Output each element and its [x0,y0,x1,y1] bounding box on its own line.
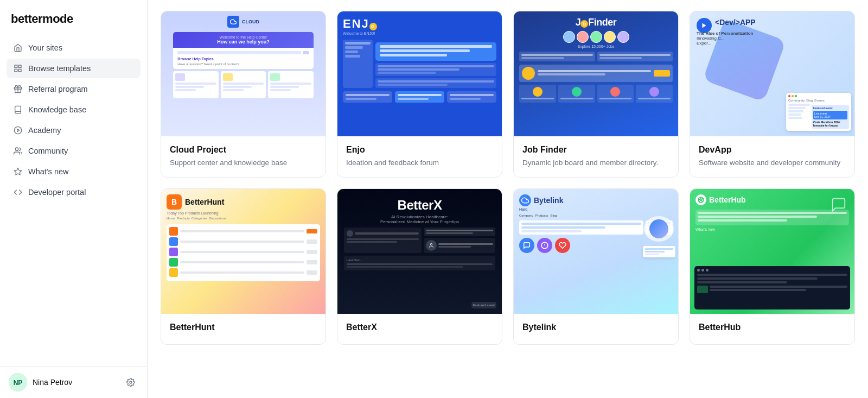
template-card-cloud-project[interactable]: CLOUD Welcome to the Help Center How can… [161,11,326,178]
svg-rect-1 [18,65,21,68]
users-icon [13,146,23,156]
sidebar-item-your-sites[interactable]: Your sites [7,38,141,58]
svg-text:NP: NP [14,379,23,387]
card-title: BetterX [346,323,493,332]
template-card-devapp[interactable]: <Dev/>APP The Rise of Personalization In… [690,11,855,178]
sidebar-item-label: Academy [28,126,61,135]
card-info-devapp: DevApp Software website and developer co… [690,136,854,177]
template-card-bytelink[interactable]: Bytelink Harq CompanyProductsBlog [513,188,679,345]
card-title: BetterHub [699,323,846,332]
sidebar-item-label: Referral program [28,85,88,93]
card-thumbnail-bytelink: Bytelink Harq CompanyProductsBlog [514,189,678,314]
template-card-betterhunt[interactable]: B BetterHunt Today Top Products Launchin… [161,188,326,345]
settings-button[interactable] [123,375,138,390]
card-title: Bytelink [522,323,669,332]
card-info-cloud-project: Cloud Project Support center and knowled… [161,136,326,177]
sidebar-item-developer-portal[interactable]: Developer portal [7,182,141,202]
svg-rect-3 [15,69,17,72]
card-info-bytelink: Bytelink [514,314,678,344]
sidebar-item-label: Browse templates [28,64,91,73]
sidebar-item-label: Knowledge base [28,105,86,114]
card-desc: Software website and developer community [699,158,846,168]
card-info-betterhub: BetterHub [690,314,854,344]
main-content: CLOUD Welcome to the Help Center How can… [148,0,868,398]
card-title: BetterHunt [170,323,317,332]
home-icon [13,43,23,53]
book-icon [13,105,23,115]
svg-marker-7 [17,129,20,131]
sidebar-item-label: Community [28,147,68,155]
brand-logo: bettermode [0,0,147,36]
template-card-enjo[interactable]: ENJO Welcome to ENJO! [337,11,502,178]
card-thumbnail-enjo: ENJO Welcome to ENJO! [337,11,502,136]
sidebar-item-label: Your sites [28,43,62,52]
svg-rect-2 [18,69,21,72]
card-thumbnail-betterhub: BetterHub What's new [690,189,854,314]
template-card-betterx[interactable]: BetterX AI Revolutionizes Healthcare:Per… [337,188,502,345]
svg-point-11 [130,381,132,383]
card-title: Enjo [346,145,493,155]
card-thumbnail-job-finder: JbFinder Explore 15,000+ Jobs [514,11,678,136]
sparkle-icon [13,167,23,176]
card-info-betterhunt: BetterHunt [161,314,326,344]
card-info-enjo: Enjo Ideation and feedback forum [337,136,502,177]
sidebar-item-label: Developer portal [28,188,86,197]
svg-rect-0 [15,65,17,68]
user-name: Nina Petrov [33,378,118,387]
sidebar-item-academy[interactable]: Academy [7,121,141,140]
sidebar-item-browse-templates[interactable]: Browse templates [7,59,141,78]
card-desc: Ideation and feedback forum [346,158,493,168]
grid-icon [13,64,23,73]
card-title: Cloud Project [170,145,317,155]
card-info-betterx: BetterX [337,314,502,344]
sidebar: bettermode Your sites Browse templates R… [0,0,148,398]
card-thumbnail-betterx: BetterX AI Revolutionizes Healthcare:Per… [337,189,502,314]
card-info-job-finder: Job Finder Dynamic job board and member … [514,136,678,177]
card-thumbnail-devapp: <Dev/>APP The Rise of Personalization In… [690,11,854,136]
sidebar-item-referral-program[interactable]: Referral program [7,79,141,99]
code-icon [13,187,23,197]
sidebar-item-knowledge-base[interactable]: Knowledge base [7,100,141,119]
card-desc: Support center and knowledge base [170,158,317,168]
templates-grid: CLOUD Welcome to the Help Center How can… [161,11,855,345]
card-desc: Dynamic job board and member directory. [522,158,669,168]
sidebar-item-whats-new[interactable]: What's new [7,162,141,181]
svg-point-6 [14,127,21,134]
svg-marker-12 [703,23,706,28]
card-title: DevApp [699,145,846,155]
play-icon [13,125,23,135]
svg-point-8 [15,148,18,150]
avatar: NP [9,373,27,391]
card-thumbnail-betterhunt: B BetterHunt Today Top Products Launchin… [161,189,326,314]
svg-point-13 [430,243,432,245]
template-card-job-finder[interactable]: JbFinder Explore 15,000+ Jobs [513,11,679,178]
sidebar-item-community[interactable]: Community [7,141,141,161]
card-title: Job Finder [522,145,669,155]
card-thumbnail-cloud-project: CLOUD Welcome to the Help Center How can… [161,11,326,136]
gift-icon [13,84,23,94]
sidebar-item-label: What's new [28,167,69,176]
template-card-betterhub[interactable]: BetterHub What's new [690,188,855,345]
sidebar-nav: Your sites Browse templates Referral pro… [0,36,147,366]
user-footer: NP Nina Petrov [0,366,147,398]
